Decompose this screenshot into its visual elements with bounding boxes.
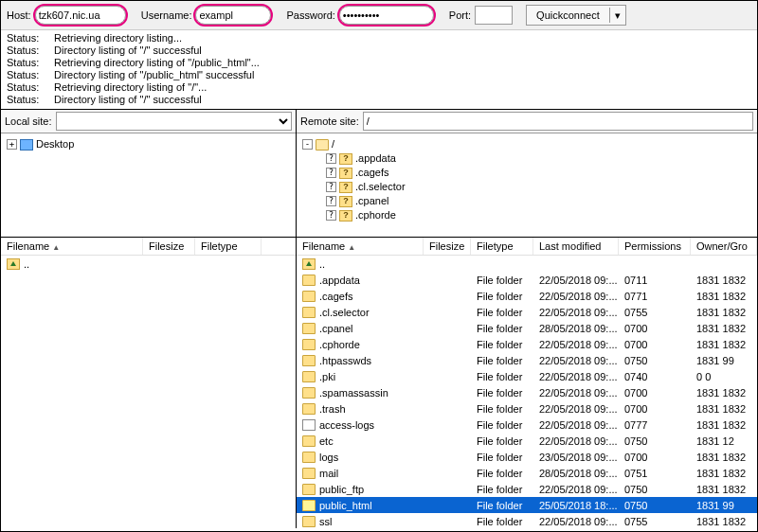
unknown-expand-icon[interactable]: ? xyxy=(326,210,336,221)
unknown-expand-icon[interactable]: ? xyxy=(326,196,336,206)
list-item[interactable]: .trashFile folder22/05/2018 09:...070018… xyxy=(297,400,757,417)
local-file-list[interactable]: Filename▲ Filesize Filetype .. xyxy=(1,238,296,528)
col-filename[interactable]: Filename▲ xyxy=(1,238,143,255)
list-item[interactable]: .cagefsFile folder22/05/2018 09:...07711… xyxy=(297,288,757,304)
folder-unknown-icon: ? xyxy=(339,153,352,165)
remote-path-input[interactable] xyxy=(363,112,753,131)
folder-icon xyxy=(302,355,316,366)
folder-unknown-icon: ? xyxy=(339,168,352,179)
remote-tree[interactable]: -/??.appdata??.cagefs??.cl.selector??.cp… xyxy=(297,133,757,238)
password-label: Password: xyxy=(286,9,334,21)
remote-site-label: Remote site: xyxy=(300,115,359,127)
remote-file-list[interactable]: Filename▲ Filesize Filetype Last modifie… xyxy=(297,238,757,528)
list-item[interactable]: .. xyxy=(297,256,757,272)
tree-node-label[interactable]: .cphorde xyxy=(355,208,396,222)
collapse-icon[interactable]: - xyxy=(302,139,313,150)
connection-toolbar: Host: Username: Password: Port: Quickcon… xyxy=(1,1,757,30)
password-input[interactable] xyxy=(339,6,434,25)
port-label: Port: xyxy=(449,9,471,21)
list-item[interactable]: .pkiFile folder22/05/2018 09:...07400 0 xyxy=(297,368,757,384)
status-label: Status: xyxy=(7,32,45,44)
col-filename[interactable]: Filename▲ xyxy=(297,238,424,255)
parent-folder-icon xyxy=(7,258,20,270)
status-label: Status: xyxy=(7,57,45,69)
folder-icon xyxy=(302,323,316,334)
tree-node-label[interactable]: .appdata xyxy=(355,151,396,166)
status-message: Retrieving directory listing of "/"... xyxy=(54,81,207,94)
list-item[interactable]: logsFile folder23/05/2018 09:...07001831… xyxy=(297,449,757,465)
status-label: Status: xyxy=(7,44,45,57)
col-modified[interactable]: Last modified xyxy=(533,238,619,255)
host-label: Host: xyxy=(7,9,31,21)
folder-icon xyxy=(302,339,316,350)
quickconnect-dropdown[interactable]: ▾ xyxy=(610,9,625,22)
tree-node-label[interactable]: Desktop xyxy=(36,137,74,151)
status-label: Status: xyxy=(7,94,45,106)
host-input[interactable] xyxy=(35,6,126,25)
sort-asc-icon: ▲ xyxy=(348,243,355,252)
folder-icon xyxy=(302,387,316,399)
list-item[interactable]: sslFile folder22/05/2018 09:...07551831 … xyxy=(297,513,757,527)
list-item[interactable]: .cl.selectorFile folder22/05/2018 09:...… xyxy=(297,304,757,320)
sort-asc-icon: ▲ xyxy=(52,243,60,252)
list-item[interactable]: mailFile folder28/05/2018 09:...07511831… xyxy=(297,465,757,481)
quickconnect-button-group: Quickconnect ▾ xyxy=(526,5,626,26)
list-item[interactable]: .appdataFile folder22/05/2018 09:...0711… xyxy=(297,272,757,288)
col-filetype[interactable]: Filetype xyxy=(471,238,533,255)
tree-node-label[interactable]: .cl.selector xyxy=(355,180,406,194)
unknown-expand-icon[interactable]: ? xyxy=(326,153,336,164)
col-permissions[interactable]: Permissions xyxy=(619,238,691,255)
local-pane: Local site: + Desktop Filename▲ Filesize… xyxy=(1,110,297,528)
list-item[interactable]: public_htmlFile folder25/05/2018 18:...0… xyxy=(297,497,757,513)
expand-icon[interactable]: + xyxy=(7,139,17,150)
quickconnect-button[interactable]: Quickconnect xyxy=(527,8,610,23)
status-label: Status: xyxy=(7,81,45,94)
local-site-label: Local site: xyxy=(5,115,52,127)
status-message: Directory listing of "/" successful xyxy=(54,94,202,106)
col-filetype[interactable]: Filetype xyxy=(195,238,262,255)
unknown-expand-icon[interactable]: ? xyxy=(326,168,336,178)
list-item[interactable]: .htpasswdsFile folder22/05/2018 09:...07… xyxy=(297,352,757,368)
folder-icon xyxy=(302,307,316,318)
folder-open-icon xyxy=(316,139,329,151)
folder-icon xyxy=(302,371,316,382)
tree-node-label[interactable]: .cagefs xyxy=(355,166,388,180)
tree-node-label[interactable]: .cpanel xyxy=(355,194,388,208)
port-input[interactable] xyxy=(475,6,513,25)
col-owner[interactable]: Owner/Gro xyxy=(691,238,757,255)
list-item[interactable]: .cphordeFile folder22/05/2018 09:...0700… xyxy=(297,336,757,352)
remote-pane: Remote site: -/??.appdata??.cagefs??.cl.… xyxy=(297,110,757,528)
status-message: Directory listing of "/" successful xyxy=(54,44,202,57)
folder-icon xyxy=(302,275,316,286)
folder-icon xyxy=(302,516,316,527)
shortcut-icon xyxy=(302,419,316,431)
tree-node-label[interactable]: / xyxy=(332,137,334,151)
parent-folder-icon xyxy=(302,258,316,270)
folder-unknown-icon: ? xyxy=(339,210,352,222)
local-tree[interactable]: + Desktop xyxy=(1,133,296,238)
list-item[interactable]: .spamassassinFile folder22/05/2018 09:..… xyxy=(297,384,757,400)
folder-icon xyxy=(302,435,316,447)
list-item[interactable]: etcFile folder22/05/2018 09:...07501831 … xyxy=(297,433,757,449)
username-input[interactable] xyxy=(195,6,271,25)
folder-icon xyxy=(302,403,316,415)
status-message: Directory listing of "/public_html" succ… xyxy=(54,69,254,81)
list-item[interactable]: .cpanelFile folder28/05/2018 09:...07001… xyxy=(297,320,757,336)
unknown-expand-icon[interactable]: ? xyxy=(326,182,336,192)
status-label: Status: xyxy=(7,69,45,81)
col-filesize[interactable]: Filesize xyxy=(143,238,195,255)
desktop-icon xyxy=(20,139,33,151)
folder-unknown-icon: ? xyxy=(339,196,352,207)
username-label: Username: xyxy=(141,9,192,21)
folder-icon xyxy=(302,452,316,463)
folder-icon xyxy=(302,500,316,511)
list-item[interactable]: .. xyxy=(1,256,296,272)
list-item[interactable]: access-logsFile folder22/05/2018 09:...0… xyxy=(297,417,757,433)
folder-icon xyxy=(302,291,316,302)
status-message: Retrieving directory listing of "/public… xyxy=(54,57,260,69)
local-path-select[interactable] xyxy=(56,112,292,131)
folder-icon xyxy=(302,468,316,479)
col-filesize[interactable]: Filesize xyxy=(424,238,471,255)
list-item[interactable]: public_ftpFile folder22/05/2018 09:...07… xyxy=(297,481,757,497)
status-message: Retrieving directory listing... xyxy=(54,32,182,44)
